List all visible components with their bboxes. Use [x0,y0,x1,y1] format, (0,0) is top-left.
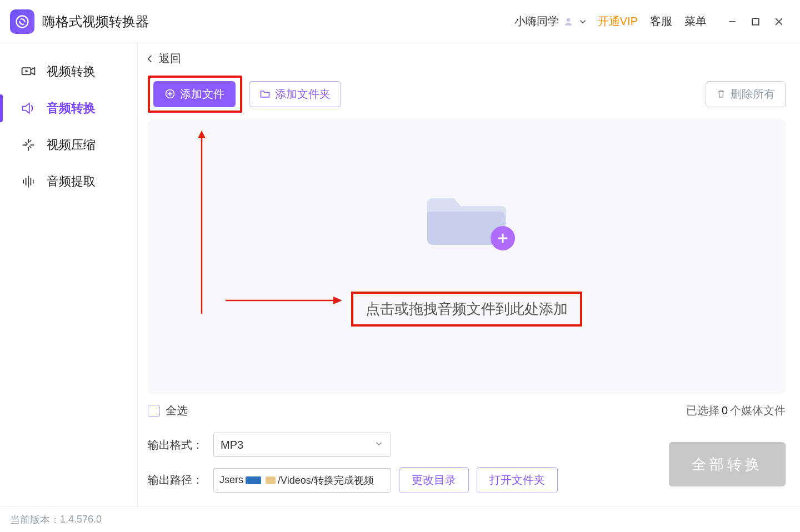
vip-link[interactable]: 开通VIP [598,14,638,29]
sidebar-item-label: 视频转换 [47,63,96,80]
output-settings: 输出格式： MP3 输出路径： Jsers /Videos/转换完成视频 [138,425,800,506]
back-button[interactable]: 返回 [144,51,181,66]
folder-icon [259,88,271,99]
svg-marker-19 [333,297,342,304]
app-title: 嗨格式视频转换器 [42,13,149,31]
footer: 当前版本： 1.4.576.0 [0,506,800,532]
back-label: 返回 [159,51,181,66]
open-folder-button[interactable]: 打开文件夹 [477,467,558,493]
sidebar-item-video-convert[interactable]: 视频转换 [0,53,137,90]
user-menu[interactable]: 小嗨同学 [514,14,574,29]
svg-point-1 [566,18,570,22]
chevron-down-icon [374,439,384,451]
video-convert-icon [20,63,37,80]
output-format-select[interactable]: MP3 [213,433,391,457]
change-dir-button[interactable]: 更改目录 [399,467,469,493]
annotation-highlight-drop-hint: 点击或拖拽音频文件到此处添加 [351,292,582,327]
svg-rect-3 [752,18,759,25]
svg-marker-17 [198,131,206,138]
add-folder-label: 添加文件夹 [275,87,331,102]
add-file-button[interactable]: 添加文件 [153,81,236,107]
clear-all-button[interactable]: 删除所有 [706,81,786,107]
audio-convert-icon [20,100,37,117]
svg-point-0 [17,16,28,27]
convert-all-button[interactable]: 全部转换 [669,442,786,486]
sidebar-item-label: 音频转换 [47,100,96,117]
user-avatar-icon [562,16,574,28]
output-format-label: 输出格式： [148,438,203,453]
toolbar: 添加文件 添加文件夹 删除所有 [138,72,800,119]
maximize-icon [750,16,761,27]
annotation-highlight-add-file: 添加文件 [148,76,242,113]
select-all-label: 全选 [166,403,188,418]
dropzone[interactable]: 点击或拖拽音频文件到此处添加 [148,119,786,395]
window-maximize-button[interactable] [746,12,766,32]
select-all-checkbox[interactable] [148,405,160,417]
version-value: 1.4.576.0 [60,514,102,525]
drop-hint-label: 点击或拖拽音频文件到此处添加 [366,299,568,319]
output-format-value: MP3 [221,439,243,451]
window-minimize-button[interactable] [722,12,742,32]
chevron-left-icon [144,53,156,64]
audio-extract-icon [20,173,37,190]
support-link[interactable]: 客服 [650,14,672,29]
app-logo [10,9,34,34]
sidebar-item-audio-convert[interactable]: 音频转换 [0,90,137,127]
app-logo-icon [14,14,30,29]
sidebar: 视频转换 音频转换 视频压缩 音频提取 [0,43,138,506]
menu-link[interactable]: 菜单 [684,14,707,29]
plus-circle-icon [164,88,176,99]
empty-folder-illustration [425,186,508,247]
selected-count-label: 已选择0个媒体文件 [686,403,786,418]
output-path-field[interactable]: Jsers /Videos/转换完成视频 [213,468,391,493]
video-compress-icon [20,137,37,153]
annotation-arrow-up-icon [193,131,210,319]
main-panel: 返回 添加文件 添加文件夹 删除所有 [138,43,800,506]
minimize-icon [727,16,738,27]
clear-all-label: 删除所有 [731,87,775,102]
close-icon [773,16,784,27]
window-close-button[interactable] [769,12,789,32]
sidebar-item-label: 视频压缩 [47,137,96,153]
user-caret-down-icon[interactable] [578,17,588,27]
version-label: 当前版本： [10,513,60,526]
plus-badge-icon [491,226,515,250]
redacted-segment-icon [246,476,261,484]
redacted-segment-icon [266,476,276,484]
add-file-label: 添加文件 [180,87,224,102]
sidebar-item-label: 音频提取 [47,173,96,190]
select-all-row: 全选 已选择0个媒体文件 [138,394,800,425]
svg-marker-7 [26,70,28,73]
username-label: 小嗨同学 [514,14,559,29]
add-folder-button[interactable]: 添加文件夹 [249,81,341,107]
titlebar: 嗨格式视频转换器 小嗨同学 开通VIP 客服 菜单 [0,0,800,43]
trash-icon [716,89,726,99]
annotation-arrow-right-icon [226,294,342,307]
sidebar-item-audio-extract[interactable]: 音频提取 [0,163,137,200]
sidebar-item-video-compress[interactable]: 视频压缩 [0,127,137,163]
output-path-label: 输出路径： [148,473,203,488]
